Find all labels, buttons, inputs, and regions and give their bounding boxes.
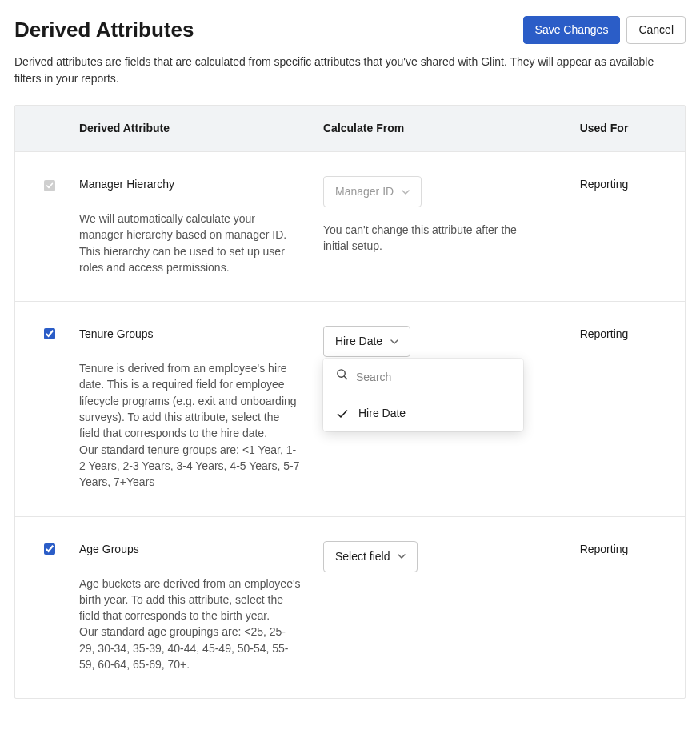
attribute-description: Age buckets are derived from an employee… [79,576,301,673]
chevron-down-icon [390,339,398,344]
column-header-attribute: Derived Attribute [79,120,323,137]
header-buttons: Save Changes Cancel [523,16,686,44]
attribute-description: Tenure is derived from an employee's hir… [79,360,301,490]
attribute-description: We will automatically calculate your man… [79,211,301,275]
chevron-down-icon [398,554,406,559]
dropdown-option[interactable]: Hire Date [323,395,523,431]
page-description: Derived attributes are fields that are c… [14,54,682,87]
dropdown-panel: Hire Date [323,359,523,431]
select-label: Hire Date [335,333,382,350]
attribute-name: Tenure Groups [79,326,301,343]
page-title: Derived Attributes [14,14,194,46]
row-checkbox[interactable] [44,328,55,339]
used-for-value: Reporting [547,326,685,343]
search-icon [336,368,348,385]
dropdown-search-input[interactable] [356,371,510,383]
check-icon [336,407,349,420]
cancel-button[interactable]: Cancel [626,16,686,44]
attribute-name: Age Groups [79,541,301,558]
table-row: Tenure Groups Tenure is derived from an … [15,302,685,516]
dropdown-option-label: Hire Date [358,405,406,422]
select-label: Select field [335,548,390,565]
row-checkbox[interactable] [44,543,55,555]
page-header: Derived Attributes Save Changes Cancel [14,14,686,46]
column-header-used: Used For [547,120,685,137]
dropdown-search-row [323,359,523,395]
chevron-down-icon [402,190,410,195]
used-for-value: Reporting [547,541,685,558]
calculate-from-select[interactable]: Hire Date [323,326,410,357]
attribute-name: Manager Hierarchy [79,176,301,193]
table-row: Manager Hierarchy We will automatically … [15,152,685,302]
table-header-row: Derived Attribute Calculate From Used Fo… [15,106,685,152]
table-row: Age Groups Age buckets are derived from … [15,517,685,699]
used-for-value: Reporting [547,176,685,193]
calculate-from-select-disabled: Manager ID [323,176,422,207]
svg-line-1 [344,377,346,379]
derived-attributes-table: Derived Attribute Calculate From Used Fo… [14,105,686,699]
save-button[interactable]: Save Changes [523,16,621,44]
calculate-from-note: You can't change this attribute after th… [323,222,523,255]
select-label: Manager ID [335,183,394,200]
calculate-from-select[interactable]: Select field [323,541,418,572]
row-checkbox-disabled [44,180,55,191]
column-header-calculate: Calculate From [323,120,547,137]
